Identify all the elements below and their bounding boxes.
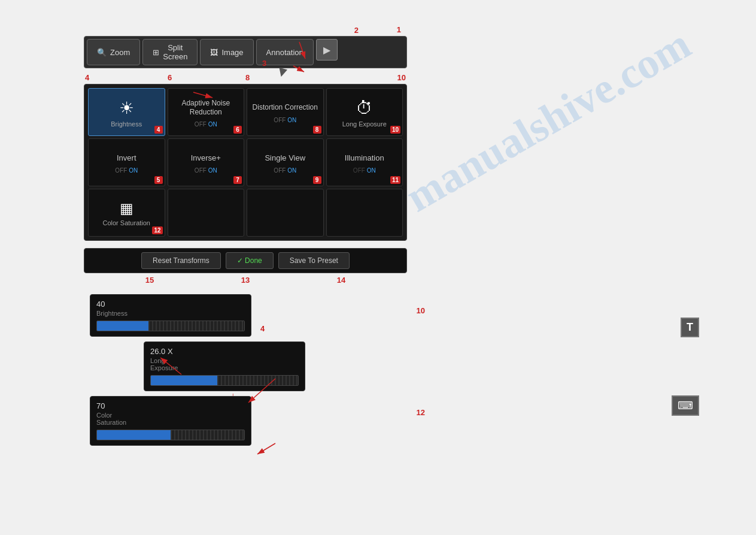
long-exposure-cell[interactable]: ⏱ Long Exposure 10 bbox=[326, 88, 403, 136]
extra-button[interactable]: ▶ bbox=[316, 39, 338, 61]
inverse-plus-cell[interactable]: Inverse+ OFF ON 7 bbox=[168, 138, 245, 186]
cell-num-8: 8 bbox=[313, 126, 321, 134]
brightness-fill bbox=[97, 321, 148, 331]
color-saturation-slider-label: Color Saturation bbox=[96, 412, 245, 426]
cell-num-12: 12 bbox=[152, 226, 162, 234]
distortion-cell[interactable]: Distortion Correction OFF ON 8 bbox=[247, 88, 324, 136]
illumination-cell[interactable]: Illumination OFF ON 11 bbox=[326, 138, 403, 186]
inverse-plus-toggle: OFF ON bbox=[195, 167, 217, 174]
distortion-toggle: OFF ON bbox=[274, 117, 296, 123]
color-saturation-label: Color Saturation bbox=[103, 219, 151, 227]
label-10-top: 10 bbox=[397, 73, 406, 82]
empty-cell-1 bbox=[168, 189, 245, 237]
long-exposure-fill bbox=[151, 376, 217, 385]
empty-cell-3 bbox=[326, 189, 403, 237]
label-15: 15 bbox=[145, 276, 154, 285]
text-icon: T bbox=[687, 321, 693, 333]
cell-num-9: 9 bbox=[313, 176, 321, 184]
reset-transforms-button[interactable]: Reset Transforms bbox=[141, 252, 221, 269]
toolbar: 🔍 Zoom ⊞ SplitScreen 🖼 Image Annotation … bbox=[84, 36, 407, 68]
label-3: 3 bbox=[262, 59, 266, 68]
long-exposure-value: 26.0 X bbox=[150, 347, 299, 356]
empty-cell-2 bbox=[247, 189, 324, 237]
brightness-slider-label: Brightness bbox=[96, 310, 245, 317]
cell-num-4: 4 bbox=[154, 126, 163, 134]
brightness-slider-section: 40 Brightness bbox=[90, 294, 251, 337]
single-view-cell[interactable]: Single View OFF ON 9 bbox=[247, 138, 324, 186]
done-button[interactable]: ✓ Done bbox=[226, 252, 274, 269]
adaptive-noise-toggle: OFF ON bbox=[195, 121, 217, 128]
label-1: 1 bbox=[397, 25, 401, 34]
brightness-icon: ☀ bbox=[119, 98, 134, 118]
invert-toggle: OFF ON bbox=[115, 167, 138, 174]
long-exposure-slider-section: 26.0 X Long Exposure bbox=[144, 341, 305, 391]
keyboard-icon-button[interactable]: ⌨ bbox=[672, 395, 699, 416]
zoom-button[interactable]: 🔍 Zoom bbox=[87, 39, 140, 65]
brightness-label: Brightness bbox=[111, 120, 142, 128]
long-exposure-remainder bbox=[217, 376, 298, 385]
color-saturation-track[interactable] bbox=[96, 430, 245, 440]
label-13: 13 bbox=[241, 276, 250, 285]
illumination-toggle: OFF ON bbox=[353, 167, 376, 174]
image-icon: 🖼 bbox=[210, 48, 218, 57]
distortion-label: Distortion Correction bbox=[253, 103, 318, 111]
cell-num-11: 11 bbox=[390, 176, 400, 184]
text-icon-button[interactable]: T bbox=[681, 318, 699, 337]
long-exposure-label: Long Exposure bbox=[342, 120, 387, 128]
color-saturation-slider-section: 70 Color Saturation bbox=[90, 396, 251, 446]
brightness-track[interactable] bbox=[96, 321, 245, 331]
split-screen-button[interactable]: ⊞ SplitScreen bbox=[142, 39, 198, 65]
single-view-label: Single View bbox=[265, 153, 305, 163]
extra-icon: ▶ bbox=[323, 44, 330, 56]
invert-cell[interactable]: Invert OFF ON 5 bbox=[88, 138, 165, 186]
label-6-top: 6 bbox=[168, 73, 172, 82]
keyboard-icon: ⌨ bbox=[678, 400, 693, 412]
long-exposure-slider-label: Long Exposure bbox=[150, 357, 299, 371]
color-saturation-fill bbox=[97, 430, 171, 440]
brightness-remainder bbox=[148, 321, 244, 331]
label-10-slider: 10 bbox=[417, 306, 425, 315]
image-button[interactable]: 🖼 Image bbox=[200, 39, 253, 65]
brightness-cell[interactable]: ☀ Brightness 4 bbox=[88, 88, 165, 136]
split-screen-icon: ⊞ bbox=[153, 48, 159, 57]
adaptive-noise-cell[interactable]: Adaptive Noise Reduction OFF ON 6 bbox=[168, 88, 245, 136]
label-4-top: 4 bbox=[85, 73, 89, 82]
inverse-plus-label: Inverse+ bbox=[191, 153, 221, 163]
cell-num-7: 7 bbox=[233, 176, 242, 184]
zoom-icon: 🔍 bbox=[97, 48, 107, 57]
color-saturation-value: 70 bbox=[96, 401, 245, 410]
image-grid: ☀ Brightness 4 Adaptive Noise Reduction … bbox=[84, 84, 407, 241]
save-to-preset-button[interactable]: Save To Preset bbox=[278, 252, 350, 269]
single-view-toggle: OFF ON bbox=[274, 167, 296, 174]
watermark: manualshive.com bbox=[397, 19, 699, 222]
long-exposure-icon: ⏱ bbox=[356, 98, 373, 118]
label-4-slider: 4 bbox=[260, 324, 265, 333]
long-exposure-track[interactable] bbox=[150, 375, 299, 386]
color-saturation-cell[interactable]: ▦ Color Saturation 12 bbox=[88, 189, 165, 237]
label-14: 14 bbox=[337, 276, 345, 285]
adaptive-noise-label: Adaptive Noise Reduction bbox=[171, 99, 242, 116]
invert-label: Invert bbox=[117, 153, 136, 163]
illumination-label: Illumination bbox=[345, 153, 384, 163]
color-saturation-remainder bbox=[171, 430, 244, 440]
cell-num-6: 6 bbox=[233, 126, 242, 134]
label-12-slider: 12 bbox=[417, 408, 425, 417]
cell-num-10: 10 bbox=[390, 126, 400, 134]
label-8-top: 8 bbox=[245, 73, 250, 82]
cell-num-5: 5 bbox=[154, 176, 163, 184]
color-saturation-icon: ▦ bbox=[120, 200, 133, 217]
label-2: 2 bbox=[354, 26, 359, 35]
controls-bar: Reset Transforms ✓ Done Save To Preset bbox=[84, 248, 407, 273]
brightness-value: 40 bbox=[96, 300, 245, 309]
